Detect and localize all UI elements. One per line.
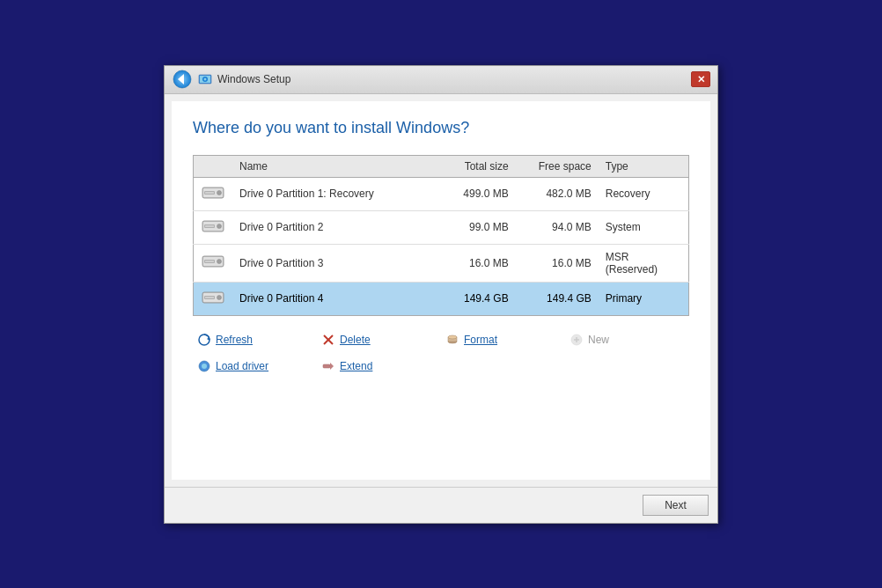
partition-total-size: 99.0 MB (433, 210, 516, 244)
svg-point-8 (217, 190, 222, 195)
refresh-icon (196, 332, 212, 348)
extend-label: Extend (340, 360, 372, 372)
partition-free-space: 16.0 MB (516, 244, 599, 282)
hdd-icon (201, 289, 225, 306)
partition-name: Drive 0 Partition 2 (232, 210, 433, 244)
col-header-free: Free space (516, 155, 599, 177)
extend-icon (320, 358, 336, 374)
partition-type: Primary (599, 282, 689, 315)
hdd-icon (201, 184, 225, 202)
col-header-size: Total size (433, 155, 516, 177)
drive-icon-cell (194, 210, 233, 244)
new-button[interactable]: New (565, 330, 689, 349)
partition-type: Recovery (599, 177, 689, 210)
delete-label: Delete (340, 334, 371, 346)
setup-window: Windows Setup ✕ Where do you want to ins… (164, 65, 718, 524)
partition-type: MSR (Reserved) (599, 244, 689, 282)
partition-table: Name Total size Free space Type Drive 0 … (193, 155, 689, 316)
table-row[interactable]: Drive 0 Partition 4149.4 GB149.4 GBPrima… (194, 282, 689, 315)
partition-free-space: 482.0 MB (516, 177, 599, 210)
partition-total-size: 149.4 GB (433, 282, 516, 315)
partition-name: Drive 0 Partition 3 (232, 244, 433, 282)
load-driver-icon (196, 358, 212, 374)
svg-rect-25 (205, 297, 214, 298)
drive-icon-cell (194, 282, 233, 315)
delete-icon (320, 332, 336, 348)
svg-rect-20 (205, 261, 214, 262)
partition-total-size: 16.0 MB (433, 244, 516, 282)
col-header-name: Name (232, 155, 433, 177)
svg-point-23 (217, 295, 222, 299)
drive-icon-cell (194, 177, 233, 210)
load-driver-label: Load driver (216, 360, 268, 372)
partition-type: System (599, 210, 689, 244)
svg-rect-38 (323, 364, 330, 368)
table-row[interactable]: Drive 0 Partition 299.0 MB94.0 MBSystem (194, 210, 689, 244)
load-driver-button[interactable]: Load driver (193, 356, 317, 376)
svg-marker-27 (207, 337, 209, 341)
table-row[interactable]: Drive 0 Partition 1: Recovery499.0 MB482… (194, 177, 689, 210)
svg-rect-15 (205, 225, 214, 227)
svg-point-13 (217, 224, 222, 228)
new-label: New (588, 334, 609, 346)
hdd-icon (201, 253, 225, 270)
col-header-icon (194, 155, 233, 177)
next-button[interactable]: Next (643, 495, 709, 516)
title-bar-left: Windows Setup (172, 69, 290, 90)
svg-point-18 (217, 260, 222, 264)
hdd-icon (201, 217, 225, 235)
delete-button[interactable]: Delete (317, 330, 441, 349)
svg-point-32 (448, 335, 457, 339)
extend-button[interactable]: Extend (317, 356, 441, 376)
partition-total-size: 499.0 MB (433, 177, 516, 210)
refresh-button[interactable]: Refresh (193, 330, 317, 349)
title-bar: Windows Setup ✕ (165, 66, 717, 94)
partition-free-space: 149.4 GB (516, 282, 599, 315)
svg-rect-10 (205, 192, 214, 194)
close-button[interactable]: ✕ (691, 71, 710, 87)
table-row[interactable]: Drive 0 Partition 316.0 MB16.0 MBMSR (Re… (194, 244, 689, 282)
bottom-bar: Next (165, 487, 717, 523)
window-icon (198, 72, 212, 86)
new-icon (569, 332, 584, 348)
drive-icon-cell (194, 244, 233, 282)
format-label: Format (464, 334, 497, 346)
partition-name: Drive 0 Partition 1: Recovery (232, 177, 433, 210)
window-title: Windows Setup (217, 73, 290, 85)
page-heading: Where do you want to install Windows? (193, 119, 689, 137)
refresh-label: Refresh (216, 334, 253, 346)
partition-free-space: 94.0 MB (516, 210, 599, 244)
svg-point-37 (202, 364, 207, 369)
svg-point-5 (204, 78, 207, 81)
back-button[interactable] (172, 69, 193, 90)
action-buttons: Refresh Delete (193, 330, 689, 376)
main-content: Where do you want to install Windows? Na… (172, 101, 710, 480)
svg-marker-39 (330, 363, 334, 370)
col-header-type: Type (599, 155, 689, 177)
partition-name: Drive 0 Partition 4 (232, 282, 433, 315)
format-icon (445, 332, 460, 348)
format-button[interactable]: Format (441, 330, 565, 349)
